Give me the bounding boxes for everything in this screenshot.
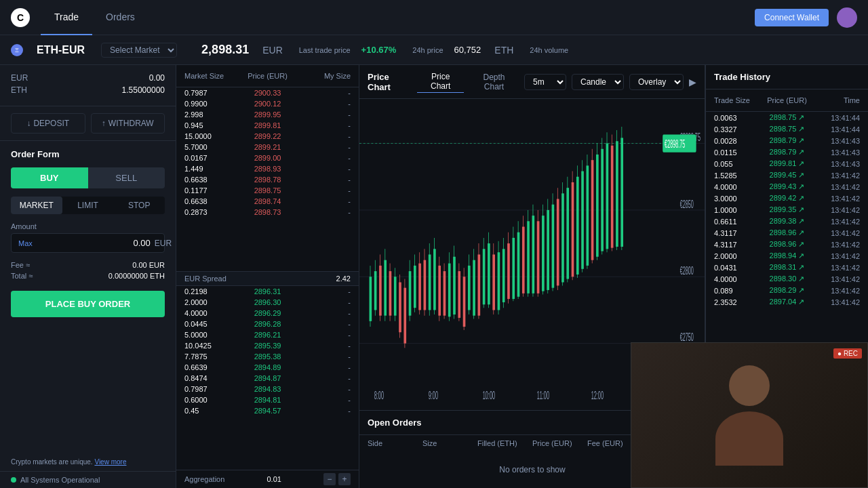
ask-size: 15.0000 <box>184 132 240 140</box>
overlay-select[interactable]: Overlay <box>629 74 684 90</box>
ask-mysize: - <box>295 132 351 140</box>
price-chart-tab[interactable]: Price Chart <box>417 70 464 93</box>
bid-size: 0.6639 <box>184 363 240 371</box>
status-label: All Systems Operational <box>20 476 100 484</box>
ticker-change: +10.67% <box>361 45 397 55</box>
th-row: 4.0000 2898.30 ↗ 13:41:42 <box>706 273 868 285</box>
market-tab[interactable]: MARKET <box>11 197 62 214</box>
svg-rect-35 <box>418 264 421 310</box>
th-size: 0.3327 <box>714 125 763 134</box>
ask-size: 0.1177 <box>184 186 240 195</box>
bid-mysize: - <box>295 320 351 328</box>
ob-spread: EUR Spread 2.42 <box>176 271 359 286</box>
bid-size: 0.0445 <box>184 320 240 328</box>
ask-row: 0.2873 2898.73 - <box>176 207 359 218</box>
bid-price: 2896.30 <box>240 298 296 306</box>
trade-history-title: Trade History <box>706 65 868 89</box>
bid-size: 0.2198 <box>184 287 240 296</box>
th-size: 0.055 <box>714 160 763 168</box>
bid-row: 0.0445 2896.28 - <box>176 319 359 329</box>
th-row: 4.3117 2898.96 ↗ 13:41:42 <box>706 239 868 250</box>
ask-row: 0.6638 2898.78 - <box>176 174 359 185</box>
th-time: 13:41:43 <box>811 148 860 157</box>
bid-mysize: - <box>295 287 351 296</box>
deposit-label: DEPOSIT <box>33 119 69 128</box>
th-row: 2.0000 2898.94 ↗ 13:41:42 <box>706 250 868 262</box>
max-button[interactable]: Max <box>18 239 33 247</box>
svg-rect-33 <box>414 266 416 308</box>
th-price: 2898.96 ↗ <box>763 228 812 237</box>
amount-currency: EUR <box>155 239 172 248</box>
deposit-button[interactable]: ↓ DEPOSIT <box>11 113 85 134</box>
bid-row: 4.0000 2896.29 - <box>176 308 359 319</box>
svg-text:10:00: 10:00 <box>483 389 495 401</box>
ask-size: 0.2873 <box>184 208 240 216</box>
amount-input[interactable] <box>37 238 151 248</box>
stop-tab[interactable]: STOP <box>113 197 165 214</box>
nav-orders[interactable]: Orders <box>92 0 149 35</box>
buy-tab[interactable]: BUY <box>11 167 88 188</box>
fee-row: Fee ≈ 0.00 EUR <box>11 261 165 269</box>
ask-row: 1.449 2898.93 - <box>176 163 359 174</box>
ticker-volume: 60,752 <box>454 45 481 55</box>
th-time: 13:41:42 <box>811 287 860 295</box>
th-row: 2.3532 2897.04 ↗ 13:41:42 <box>706 296 868 308</box>
th-price: 2898.31 ↗ <box>763 263 812 272</box>
bid-price: 2894.89 <box>240 363 296 371</box>
th-row: 0.0115 2898.79 ↗ 13:41:43 <box>706 146 868 158</box>
chart-type-select[interactable]: Candle Line <box>572 74 624 90</box>
th-time: 13:41:42 <box>811 252 860 260</box>
depth-chart-tab[interactable]: Depth Chart <box>469 71 519 93</box>
buy-sell-tabs: BUY SELL <box>11 167 165 188</box>
th-time: 13:41:43 <box>811 160 860 168</box>
th-size: 4.3117 <box>714 241 763 249</box>
ask-price: 2898.73 <box>240 208 296 216</box>
svg-rect-25 <box>394 277 397 315</box>
ob-agg-minus[interactable]: − <box>323 473 336 485</box>
ask-mysize: - <box>295 186 351 195</box>
order-book: Market Size Price (EUR) My Size 0.7987 2… <box>176 65 359 488</box>
select-market[interactable]: Select Market <box>101 43 177 58</box>
disclaimer: Crypto markets are unique. View more <box>0 453 176 471</box>
withdraw-button[interactable]: ↑ WITHDRAW <box>91 113 165 134</box>
svg-rect-37 <box>424 260 427 310</box>
connect-wallet-button[interactable]: Connect Wallet <box>755 9 829 26</box>
avatar <box>837 7 857 28</box>
total-row: Total ≈ 0.00000000 ETH <box>11 272 165 280</box>
th-price: 2898.30 ↗ <box>763 274 812 283</box>
ask-mysize: - <box>295 100 351 108</box>
ask-size: 0.6638 <box>184 197 240 205</box>
limit-tab[interactable]: LIMIT <box>62 197 114 214</box>
view-more-link[interactable]: View more <box>94 458 126 466</box>
nav-links: Trade Orders <box>41 0 149 35</box>
ob-agg-plus[interactable]: + <box>338 473 351 485</box>
withdraw-label: WITHDRAW <box>108 119 154 128</box>
th-time: 13:41:42 <box>811 195 860 203</box>
webcam-overlay: ● REC <box>631 342 868 488</box>
th-size-col: Trade Size <box>714 96 761 104</box>
th-size: 1.5285 <box>714 171 763 180</box>
sell-tab[interactable]: SELL <box>88 167 165 188</box>
timeframe-select[interactable]: 5m 1m 15m 1h <box>524 74 566 90</box>
bid-mysize: - <box>295 309 351 317</box>
ob-spread-label: EUR Spread <box>184 274 226 283</box>
svg-text:€2898.75: €2898.75 <box>665 138 685 150</box>
bid-mysize: - <box>295 331 351 339</box>
order-form-title: Order Form <box>11 149 165 159</box>
place-order-button[interactable]: PLACE BUY ORDER <box>11 291 165 317</box>
th-row: 3.0000 2899.42 ↗ 13:41:42 <box>706 192 868 204</box>
bid-row: 0.7987 2894.83 - <box>176 384 359 394</box>
balance-eth: ETH 1.55000000 <box>11 85 165 95</box>
total-label: Total ≈ <box>11 272 33 280</box>
status-dot <box>11 477 16 483</box>
ask-size: 0.6638 <box>184 176 240 184</box>
th-price: 2898.75 ↗ <box>763 113 812 122</box>
th-price: 2899.81 ↗ <box>763 159 812 168</box>
bid-size: 10.0425 <box>184 342 240 350</box>
chart-nav-button[interactable]: ▶ <box>689 77 696 87</box>
th-size: 4.3117 <box>714 229 763 237</box>
th-size: 0.0063 <box>714 114 763 122</box>
nav-trade[interactable]: Trade <box>41 0 92 35</box>
bid-price: 2894.87 <box>240 374 296 382</box>
th-price: 2899.35 ↗ <box>763 205 812 214</box>
